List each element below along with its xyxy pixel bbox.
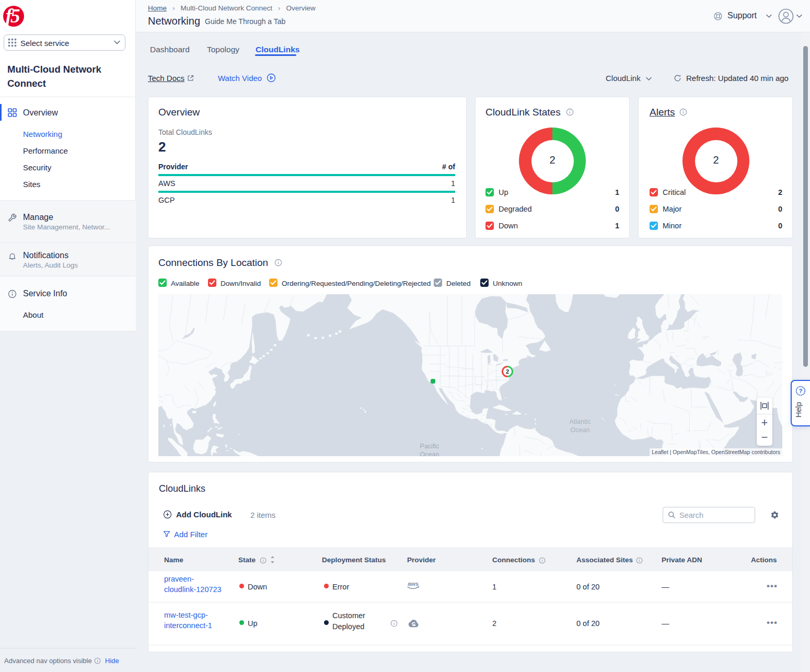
svg-text:?: ? xyxy=(799,388,803,394)
svg-text:aws: aws xyxy=(408,581,419,587)
